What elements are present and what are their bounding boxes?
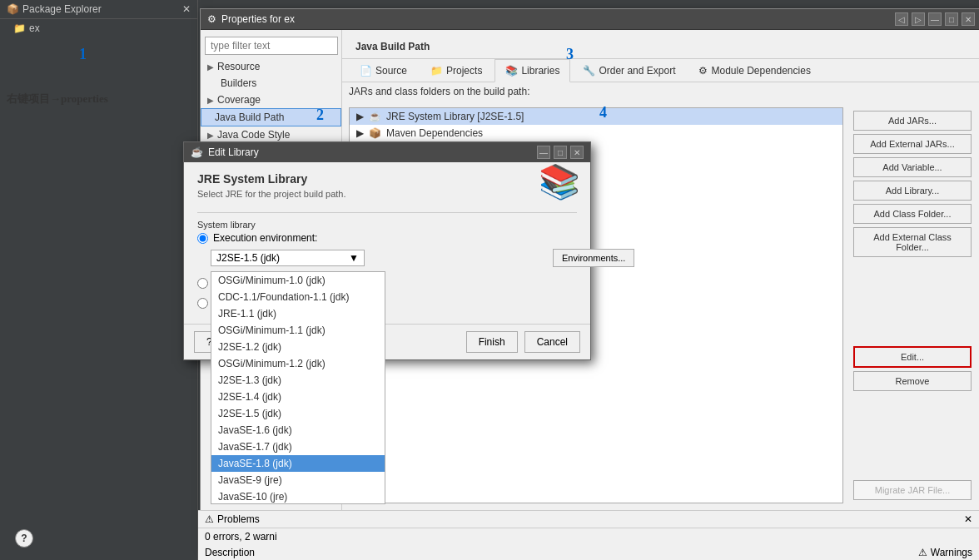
option-javase-10[interactable]: JavaSE-10 (jre) (211, 488, 385, 504)
titlebar-controls: ◁ ▷ — □ ✕ (895, 12, 975, 26)
tabs-bar: 📄 Source 📁 Projects 📚 Libraries 🔧 Order … (342, 59, 979, 82)
sidebar-item-java-code-style[interactable]: ▶ Java Code Style (201, 126, 341, 143)
properties-title: Properties for ex (221, 13, 295, 25)
add-external-jars-button[interactable]: Add External JARs... (853, 134, 972, 154)
ide-window: 📦 Package Explorer ✕ 📁 ex 右键项目→propertie… (0, 0, 979, 560)
execution-env-radio-row: Execution environment: (197, 232, 577, 244)
jre-books-icon: 📚 (539, 162, 580, 201)
tab-module-dependencies[interactable]: ⚙ Module Dependencies (688, 59, 821, 82)
environments-button[interactable]: Environments... (553, 249, 634, 267)
alternate-jre-radio[interactable] (197, 278, 208, 289)
sidebar-item-coverage[interactable]: ▶ Coverage (201, 92, 341, 108)
warnings-label: Warnings (931, 547, 972, 558)
problems-description-row: Description ⚠ Warnings (198, 545, 979, 560)
dropdown-list[interactable]: OSGi/Minimum-1.0 (jdk) CDC-1.1/Foundatio… (211, 271, 385, 504)
problems-label: Problems (217, 513, 260, 525)
execution-env-radio[interactable] (197, 233, 208, 244)
tab-source[interactable]: 📄 Source (349, 59, 418, 82)
sidebar-label: Coverage (217, 94, 261, 106)
edit-close-btn[interactable]: ✕ (570, 146, 584, 159)
option-javase-18[interactable]: JavaSE-1.8 (jdk) (211, 455, 385, 472)
add-library-button[interactable]: Add Library... (853, 181, 972, 201)
system-library-section: System library Execution environment: J2… (197, 212, 577, 309)
edit-cancel-button[interactable]: Cancel (524, 331, 580, 353)
close-package-icon[interactable]: ✕ (182, 3, 191, 15)
edit-minimize-btn[interactable]: — (537, 146, 550, 159)
option-jre-11[interactable]: JRE-1.1 (jdk) (211, 305, 385, 322)
tab-projects-label: Projects (446, 65, 482, 77)
edit-dialog-title: Edit Library (208, 146, 259, 158)
libraries-icon: 📚 (505, 65, 518, 77)
option-j2se-14[interactable]: J2SE-1.4 (jdk) (211, 389, 385, 405)
library-maven-deps[interactable]: ▶ 📦 Maven Dependencies (350, 125, 842, 141)
close-dialog-btn[interactable]: ✕ (962, 12, 975, 26)
tab-projects[interactable]: 📁 Projects (420, 59, 493, 82)
finish-button[interactable]: Finish (466, 331, 518, 353)
jre-library-label: JRE System Library [J2SE-1.5] (386, 111, 524, 122)
environment-dropdown[interactable]: J2SE-1.5 (jdk) ▼ (211, 250, 365, 266)
library-jre-system[interactable]: ▶ ☕ JRE System Library [J2SE-1.5] (350, 108, 842, 125)
properties-icon: ⚙ (207, 13, 216, 25)
sidebar-label: Builders (221, 77, 256, 89)
option-javase-9[interactable]: JavaSE-9 (jre) (211, 472, 385, 488)
option-osgi-min-12[interactable]: OSGi/Minimum-1.2 (jdk) (211, 355, 385, 372)
arrow-icon: ▶ (207, 62, 214, 72)
sidebar-item-builders[interactable]: Builders (201, 75, 341, 92)
dropdown-arrow-icon: ▼ (349, 252, 359, 264)
edit-title-area: ☕ Edit Library (191, 146, 259, 158)
project-item[interactable]: 📁 ex (0, 19, 197, 37)
package-explorer-icon: 📦 (7, 3, 19, 15)
error-count-text: 0 errors, 2 warni (205, 531, 277, 543)
tab-module-dependencies-label: Module Dependencies (711, 65, 810, 77)
project-label: ex (29, 22, 40, 34)
help-button[interactable]: ? (15, 529, 33, 548)
tab-order-export[interactable]: 🔧 Order and Export (572, 59, 686, 82)
add-jars-button[interactable]: Add JARs... (853, 111, 972, 131)
nav-forward-btn[interactable]: ▷ (912, 12, 925, 26)
workspace-default-radio[interactable] (197, 298, 208, 309)
warning-icon: ⚠ (918, 547, 927, 558)
nav-back-btn[interactable]: ◁ (895, 12, 908, 26)
sidebar-label: Java Code Style (217, 129, 290, 141)
jre-icon: ☕ (369, 111, 381, 122)
edit-subtitle: JRE System Library (197, 172, 577, 186)
minimize-btn[interactable]: — (928, 12, 942, 26)
order-export-icon: 🔧 (583, 65, 595, 77)
option-cdc-11[interactable]: CDC-1.1/Foundation-1.1 (jdk) (211, 289, 385, 305)
add-variable-button[interactable]: Add Variable... (853, 157, 972, 177)
sidebar-label: Resource (217, 61, 260, 72)
add-class-folder-button[interactable]: Add Class Folder... (853, 204, 972, 224)
package-explorer-title: Package Explorer (22, 3, 102, 15)
problems-header: ⚠ Problems ✕ (198, 511, 979, 528)
desc-text: JARs and class folders on the build path… (349, 86, 529, 97)
option-javase-17[interactable]: JavaSE-1.7 (jdk) (211, 439, 385, 455)
problems-panel: ⚠ Problems ✕ 0 errors, 2 warni Descripti… (198, 510, 979, 560)
option-j2se-13[interactable]: J2SE-1.3 (jdk) (211, 372, 385, 389)
option-osgi-min-11[interactable]: OSGi/Minimum-1.1 (jdk) (211, 322, 385, 339)
tab-order-export-label: Order and Export (599, 65, 675, 77)
option-javase-16[interactable]: JavaSE-1.6 (jdk) (211, 422, 385, 439)
migrate-jar-button[interactable]: Migrate JAR File... (853, 480, 972, 500)
dropdown-row: J2SE-1.5 (jdk) ▼ OSGi/Minimum-1.0 (jdk) … (211, 249, 577, 267)
module-deps-icon: ⚙ (698, 65, 708, 77)
execution-env-label: Execution environment: (213, 232, 317, 244)
tab-libraries[interactable]: 📚 Libraries (494, 59, 570, 82)
maximize-btn[interactable]: □ (945, 12, 958, 26)
option-j2se-15[interactable]: J2SE-1.5 (jdk) (211, 405, 385, 422)
warnings-item: ⚠ Warnings (918, 547, 972, 558)
filter-input[interactable] (205, 37, 338, 55)
add-external-class-folder-button[interactable]: Add External Class Folder... (853, 227, 972, 257)
option-osgi-min-10[interactable]: OSGi/Minimum-1.0 (jdk) (211, 272, 385, 289)
maven-library-label: Maven Dependencies (386, 127, 483, 139)
projects-icon: 📁 (430, 65, 443, 77)
edit-maximize-btn[interactable]: □ (554, 146, 567, 159)
edit-button[interactable]: Edit... (853, 346, 972, 368)
dropdown-container: J2SE-1.5 (jdk) ▼ OSGi/Minimum-1.0 (jdk) … (211, 250, 365, 266)
arrow-icon: ▶ (207, 131, 214, 140)
sidebar-item-resource[interactable]: ▶ Resource (201, 58, 341, 75)
edit-dialog-icon: ☕ (191, 146, 203, 158)
tab-libraries-label: Libraries (521, 65, 559, 77)
problems-close-icon[interactable]: ✕ (964, 513, 972, 525)
option-j2se-12[interactable]: J2SE-1.2 (jdk) (211, 339, 385, 355)
remove-button[interactable]: Remove (853, 371, 972, 391)
